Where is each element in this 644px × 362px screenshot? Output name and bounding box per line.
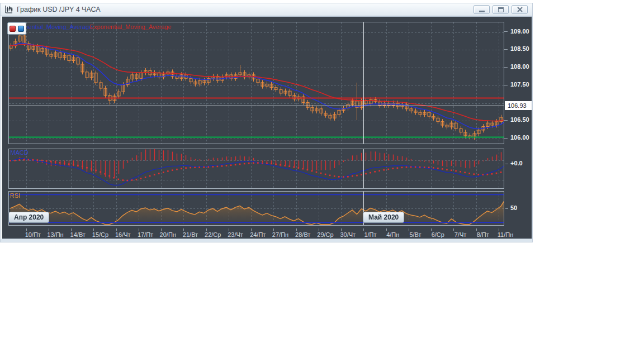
rsi-label: RSI bbox=[10, 192, 20, 199]
month-label-may: Май 2020 bbox=[363, 212, 404, 223]
month-label-april: Апр 2020 bbox=[8, 212, 49, 223]
time-axis-label: 4/Пн bbox=[386, 231, 399, 238]
time-axis-label: 13/Пн bbox=[47, 231, 63, 238]
candlestick-chart-icon bbox=[4, 5, 13, 14]
time-axis-tick bbox=[476, 228, 477, 231]
macd-label: MACD bbox=[10, 149, 28, 156]
restore-button[interactable] bbox=[493, 5, 509, 14]
time-axis-label: 27/Пн bbox=[272, 231, 288, 238]
price-tick-label: 109.00 bbox=[504, 28, 529, 35]
macd-panel bbox=[8, 149, 504, 189]
time-axis-tick bbox=[139, 228, 139, 231]
minimize-button[interactable] bbox=[473, 5, 490, 14]
current-price-badge: 106.93 bbox=[505, 101, 532, 110]
time-axis-tick bbox=[363, 228, 364, 231]
rsi-axis-value: 50 bbox=[505, 204, 517, 211]
time-axis-label: 28/Вт bbox=[295, 231, 310, 238]
time-axis-label: 11/Пн bbox=[498, 231, 513, 238]
price-panel bbox=[8, 22, 504, 144]
time-axis-tick bbox=[251, 228, 252, 231]
macd-axis-value: +0.0 bbox=[505, 160, 523, 166]
time-axis-tick bbox=[161, 228, 162, 231]
rsi-canvas[interactable] bbox=[9, 192, 504, 225]
time-axis-tick bbox=[183, 228, 184, 231]
time-axis-tick bbox=[71, 228, 72, 231]
time-axis-label: 29/Ср bbox=[317, 231, 333, 238]
time-axis-tick bbox=[26, 228, 27, 231]
time-axis-tick bbox=[431, 228, 432, 231]
time-axis-label: 20/Пн bbox=[160, 231, 176, 238]
time-axis-label: 16/Чт bbox=[115, 231, 131, 238]
macd-canvas[interactable] bbox=[9, 149, 504, 188]
price-tick-label: 107.50 bbox=[504, 81, 529, 88]
price-tick-label: 106.50 bbox=[504, 116, 529, 123]
window-bottom-edge bbox=[1, 239, 532, 242]
rsi-panel bbox=[8, 191, 504, 226]
time-axis-label: 10/Пт bbox=[25, 231, 41, 238]
time-axis-tick bbox=[273, 228, 274, 231]
time-axis-label: 24/Пт bbox=[250, 231, 266, 238]
time-axis-tick bbox=[229, 228, 229, 231]
time-axis-label: 22/Ср bbox=[205, 231, 221, 238]
price-tick-label: 108.00 bbox=[504, 63, 529, 70]
time-axis-tick bbox=[453, 228, 454, 231]
time-axis-tick bbox=[206, 228, 207, 231]
legend-ema-slow: Exponential_Moving_Average bbox=[90, 23, 172, 30]
time-axis-tick bbox=[409, 228, 409, 231]
time-axis-label: 21/Вт bbox=[183, 231, 198, 238]
restore-icon bbox=[498, 7, 504, 12]
close-icon bbox=[517, 7, 523, 12]
window-title: График USD /JPY 4 ЧАСА bbox=[17, 6, 101, 13]
time-axis-label: 8/Пт bbox=[477, 231, 489, 238]
time-axis-label: 17/Пт bbox=[138, 231, 153, 238]
time-axis-tick bbox=[49, 228, 49, 231]
time-axis-tick bbox=[93, 228, 94, 231]
time-axis-label: 7/Чт bbox=[454, 231, 467, 238]
price-chart-canvas[interactable] bbox=[9, 22, 504, 144]
red-series-button[interactable] bbox=[10, 26, 16, 32]
time-axis-label: 14/Вт bbox=[70, 231, 86, 238]
price-tick-label: 106.00 bbox=[504, 134, 529, 141]
close-button[interactable] bbox=[512, 5, 528, 14]
price-tick-label: 108.50 bbox=[504, 45, 529, 52]
minimize-icon bbox=[479, 11, 485, 12]
time-axis-tick bbox=[499, 228, 499, 231]
time-axis-label: 6/Ср bbox=[432, 231, 444, 238]
blue-series-button[interactable] bbox=[18, 26, 24, 32]
time-axis-tick bbox=[296, 228, 297, 231]
time-axis-label: 23/Чт bbox=[228, 231, 243, 238]
time-axis-label: 5/Вт bbox=[409, 231, 421, 238]
time-axis-label: 1/Пт bbox=[364, 231, 376, 238]
time-axis-tick bbox=[386, 228, 387, 231]
time-axis-tick bbox=[319, 228, 319, 231]
time-axis-tick bbox=[116, 228, 117, 231]
time-axis-tick bbox=[341, 228, 342, 231]
time-axis-label: 30/Чт bbox=[340, 231, 356, 238]
window-titlebar[interactable]: График USD /JPY 4 ЧАСА bbox=[1, 3, 532, 16]
chart-window: График USD /JPY 4 ЧАСА Exponential_Movin… bbox=[0, 3, 533, 242]
time-axis-label: 15/Ср bbox=[92, 231, 108, 238]
series-buttons-toolbar bbox=[7, 22, 26, 35]
